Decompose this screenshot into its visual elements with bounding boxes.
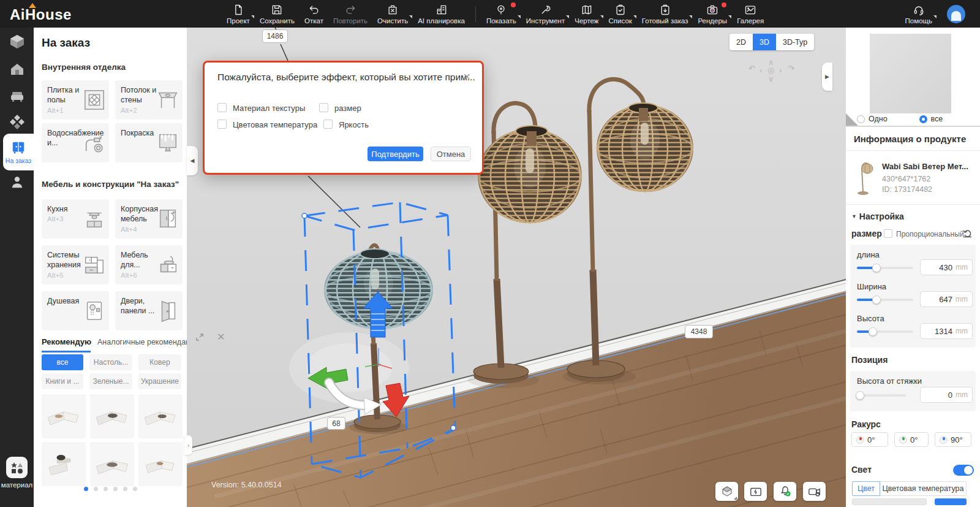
light-toggle[interactable] bbox=[953, 465, 974, 476]
reset-size-icon[interactable] bbox=[962, 228, 973, 238]
light-tab-temperature[interactable]: Цветовая температура bbox=[880, 481, 967, 496]
width-slider[interactable] bbox=[857, 299, 913, 301]
card-doors-panels[interactable]: Двери, панели ... bbox=[115, 291, 183, 330]
product-thumbnail[interactable] bbox=[42, 442, 86, 486]
rail-item-materials[interactable] bbox=[0, 114, 34, 130]
product-thumbnail[interactable] bbox=[138, 394, 183, 438]
snapshot-button[interactable] bbox=[744, 482, 767, 501]
view-cube-button[interactable] bbox=[715, 482, 738, 501]
card-cabinet-furniture[interactable]: Корпусная мебель Alt+4 bbox=[115, 199, 183, 238]
radio-all[interactable]: все bbox=[919, 115, 943, 123]
floor-height-input[interactable]: 0mm bbox=[920, 387, 973, 403]
filter-chip-all[interactable]: все bbox=[42, 354, 83, 370]
card-shower[interactable]: Душевая bbox=[42, 291, 109, 330]
length-slider[interactable] bbox=[857, 267, 913, 269]
dialog-close-icon[interactable]: ✕ bbox=[463, 71, 471, 83]
clear-button[interactable]: Очистить bbox=[372, 4, 413, 25]
view-center-icon[interactable]: ◎ bbox=[767, 66, 774, 75]
carousel-dot[interactable] bbox=[113, 487, 118, 491]
card-painting[interactable]: Покраска bbox=[115, 123, 183, 162]
card-plumbing[interactable]: Водоснабжение и... bbox=[42, 123, 109, 162]
card-bathroom-furniture[interactable]: Мебель для... Alt+6 bbox=[115, 245, 183, 284]
help-button[interactable]: Помощь bbox=[900, 4, 937, 25]
expand-panel-icon[interactable] bbox=[195, 332, 205, 345]
record-settings-button[interactable] bbox=[803, 482, 826, 501]
renders-button[interactable]: Рендеры bbox=[693, 4, 732, 25]
carousel-dot[interactable] bbox=[133, 487, 137, 491]
material-button[interactable] bbox=[6, 457, 28, 478]
tools-button[interactable]: Инструмент bbox=[521, 4, 570, 25]
app-logo[interactable]: AiHouse bbox=[10, 0, 88, 28]
angle-y-input[interactable]: 0° bbox=[894, 432, 929, 447]
rail-item-models[interactable] bbox=[0, 34, 34, 50]
product-thumbnail[interactable] bbox=[90, 442, 134, 486]
expand-recommendations-handle[interactable]: › bbox=[184, 435, 192, 455]
floor-height-slider[interactable] bbox=[857, 394, 906, 397]
rail-item-profile[interactable] bbox=[0, 175, 34, 189]
close-icon[interactable]: ✕ bbox=[217, 331, 225, 343]
confirm-button[interactable]: Подтвердить bbox=[368, 147, 423, 161]
checkbox-size[interactable] bbox=[319, 103, 328, 112]
ai-layout-button[interactable]: AI планировка bbox=[413, 4, 470, 25]
show-button[interactable]: Показать bbox=[481, 4, 521, 25]
carousel-dot[interactable] bbox=[123, 487, 127, 491]
carousel-dot-active[interactable] bbox=[84, 487, 88, 491]
tab-recommended[interactable]: Рекомендую bbox=[42, 337, 91, 346]
carousel-dot[interactable] bbox=[104, 487, 108, 491]
view-mode-3d[interactable]: 3D bbox=[753, 34, 776, 50]
product-thumbnail[interactable] bbox=[138, 442, 183, 486]
orbit-left-icon[interactable]: ↶ bbox=[748, 64, 755, 73]
collapse-left-panel-handle[interactable]: ◀ bbox=[187, 146, 198, 175]
height-slider[interactable] bbox=[857, 330, 913, 333]
tab-similar[interactable]: Аналогичные рекомендации bbox=[97, 338, 187, 346]
color-bar-partial[interactable] bbox=[852, 498, 927, 505]
width-input[interactable]: 647mm bbox=[920, 291, 973, 307]
rail-item-custom-selected[interactable]: На заказ bbox=[3, 134, 34, 170]
checkbox-brightness[interactable] bbox=[323, 120, 333, 129]
card-storage-systems[interactable]: Системы хранения Alt+5 bbox=[42, 245, 109, 284]
filter-chip-decor[interactable]: Украшение bbox=[138, 373, 181, 389]
angle-x-input[interactable]: 0° bbox=[851, 432, 888, 447]
filter-chip-books[interactable]: Книги и ... bbox=[42, 373, 83, 389]
settings-section-header[interactable]: ▼ Настройка bbox=[851, 212, 904, 221]
slider-knob[interactable] bbox=[872, 264, 881, 272]
view-mode-2d[interactable]: 2D bbox=[729, 34, 753, 50]
angle-z-input[interactable]: 90° bbox=[935, 432, 971, 447]
card-tiles-floors[interactable]: Плитка и полы Alt+1 bbox=[42, 80, 109, 120]
slider-knob[interactable] bbox=[856, 391, 864, 400]
collapse-right-panel-handle[interactable]: ▶ bbox=[822, 63, 832, 91]
undo-button[interactable]: Откат bbox=[300, 4, 328, 25]
checkbox-color-temperature[interactable] bbox=[217, 120, 227, 129]
height-input[interactable]: 1314mm bbox=[920, 323, 973, 339]
user-avatar[interactable] bbox=[947, 5, 965, 23]
minimap-view[interactable] bbox=[870, 34, 951, 113]
card-ceiling-walls[interactable]: Потолок и стены Alt+2 bbox=[115, 80, 183, 120]
selection-corner-handle[interactable] bbox=[302, 213, 307, 218]
selection-corner-handle[interactable] bbox=[451, 425, 456, 430]
redo-button[interactable]: Повторить bbox=[328, 4, 372, 25]
drawing-button[interactable]: Чертеж bbox=[570, 4, 603, 25]
view-mode-3d-tour[interactable]: 3D-Тур bbox=[776, 34, 814, 50]
ready-order-button[interactable]: Готовый заказ bbox=[637, 4, 693, 25]
orbit-right-icon[interactable]: ↷ bbox=[788, 64, 794, 73]
filter-chip-plants[interactable]: Зеленые... bbox=[89, 373, 132, 389]
slider-knob[interactable] bbox=[869, 327, 877, 336]
filter-chip-table[interactable]: Настоль... bbox=[89, 354, 132, 370]
card-kitchen[interactable]: Кухня Alt+3 bbox=[42, 199, 109, 238]
save-button[interactable]: Сохранить bbox=[255, 4, 300, 25]
light-tab-color[interactable]: Цвет bbox=[852, 481, 880, 496]
checkbox-material-texture[interactable] bbox=[217, 103, 227, 112]
product-thumbnail[interactable] bbox=[90, 394, 134, 438]
notifications-button[interactable] bbox=[774, 482, 796, 501]
rail-item-house[interactable] bbox=[0, 61, 34, 77]
filter-chip-carpet[interactable]: Ковер bbox=[138, 354, 181, 370]
carousel-dot[interactable] bbox=[94, 487, 98, 491]
pan-right-icon[interactable]: › bbox=[779, 66, 782, 75]
pan-left-icon[interactable]: ‹ bbox=[760, 66, 762, 75]
gallery-button[interactable]: Галерея bbox=[732, 4, 769, 25]
proportional-checkbox[interactable] bbox=[884, 229, 892, 238]
project-button[interactable]: Проект bbox=[222, 4, 255, 25]
pan-up-icon[interactable]: ∧ bbox=[768, 58, 774, 67]
list-button[interactable]: Список bbox=[604, 4, 637, 25]
slider-knob[interactable] bbox=[872, 295, 881, 304]
